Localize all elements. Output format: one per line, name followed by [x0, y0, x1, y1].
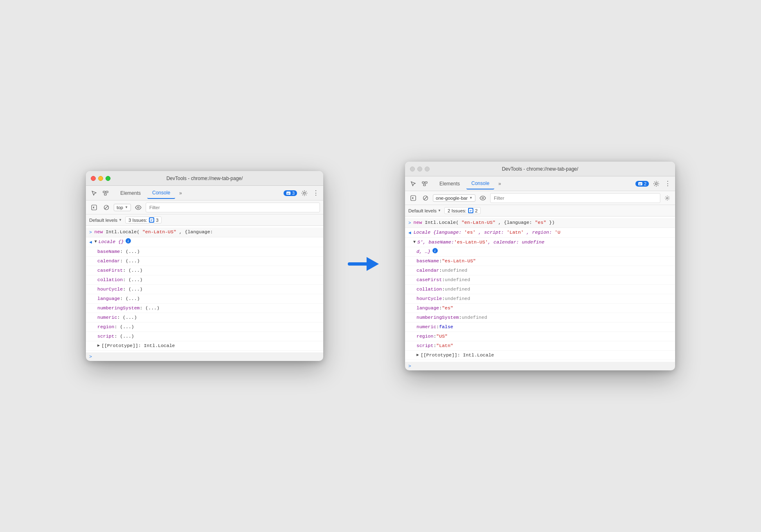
left-window-title: DevTools - chrome://new-tab-page/ — [167, 176, 243, 181]
left-prop-numbering: numberingSystem : (...) — [86, 304, 323, 313]
left-filter-input[interactable] — [146, 203, 320, 212]
left-prop-language: language : (...) — [86, 294, 323, 304]
left-traffic-lights — [91, 176, 110, 181]
left-cursor-icon[interactable] — [89, 188, 99, 198]
left-toolbar: top ▼ — [86, 201, 323, 214]
right-default-levels[interactable]: Default levels ▼ — [408, 208, 441, 213]
right-window-title: DevTools - chrome://new-tab-page/ — [502, 166, 579, 172]
svg-point-21 — [666, 197, 668, 199]
right-close-button[interactable] — [410, 167, 415, 171]
right-traffic-lights — [410, 167, 430, 171]
left-prop-calendar: calendar : (...) — [86, 257, 323, 266]
left-tab-console[interactable]: Console — [147, 187, 175, 199]
svg-rect-12 — [422, 182, 424, 183]
right-console-content: > new Intl.Locale( "en-Latn-US" , {langu… — [405, 216, 675, 362]
left-prop-casefirst: caseFirst : (...) — [86, 266, 323, 275]
right-minimize-button[interactable] — [417, 167, 422, 171]
right-prop-collation: collation : undefined — [405, 285, 675, 294]
left-expand-arrow[interactable]: ▼ — [95, 238, 97, 246]
right-info-icon: i — [432, 248, 438, 253]
left-title-bar: DevTools - chrome://new-tab-page/ — [86, 171, 323, 186]
left-context-label: top — [117, 205, 123, 210]
right-result-line2: ▼ S', baseName: 'es-Latn-US' , calendar:… — [405, 238, 675, 247]
direction-arrow — [348, 254, 380, 278]
left-prop-region: region : (...) — [86, 322, 323, 332]
right-expand-arrow[interactable]: ▼ — [413, 239, 416, 246]
left-prop-numeric: numeric : (...) — [86, 313, 323, 322]
right-maximize-button[interactable] — [425, 167, 430, 171]
left-block-icon[interactable] — [101, 203, 111, 212]
left-context-selector[interactable]: top ▼ — [114, 204, 131, 211]
left-tab-more[interactable]: » — [177, 190, 185, 196]
left-prop-hourcycle: hourCycle : (...) — [86, 285, 323, 294]
svg-rect-1 — [106, 191, 108, 193]
right-tab-console[interactable]: Console — [466, 178, 494, 189]
left-issues-count[interactable]: 3 Issues: 3 — [125, 216, 162, 223]
left-command-line: > new Intl.Locale( "en-Latn-US" , {langu… — [86, 228, 323, 237]
right-issues-badge[interactable]: 2 — [635, 181, 649, 187]
right-tab-bar-right: 2 ⋮ — [635, 180, 672, 188]
right-command-line: > new Intl.Locale( "en-Latn-US" , {langu… — [405, 218, 675, 228]
left-tab-icons — [89, 188, 110, 198]
right-filter-gear-icon[interactable] — [663, 194, 672, 203]
left-minimize-button[interactable] — [98, 176, 103, 181]
left-prop-prototype: ▶ [[Prototype]]: Intl.Locale — [86, 341, 323, 351]
right-proto-expand[interactable]: ▶ — [417, 352, 419, 359]
right-status-bar: Default levels ▼ 2 Issues: 2 — [405, 205, 675, 216]
right-levels-chevron: ▼ — [438, 209, 441, 212]
left-run-icon[interactable] — [89, 203, 99, 212]
left-default-levels[interactable]: Default levels ▼ — [89, 218, 122, 223]
svg-line-7 — [105, 206, 108, 209]
right-toolbar: one-google-bar ▼ — [405, 191, 675, 205]
left-eye-icon[interactable] — [133, 203, 143, 212]
scene: DevTools - chrome://new-tab-page/ — [86, 162, 675, 370]
left-tab-elements[interactable]: Elements — [115, 188, 146, 198]
right-filter-input[interactable] — [490, 193, 660, 203]
left-close-button[interactable] — [91, 176, 96, 181]
svg-point-4 — [304, 192, 306, 194]
right-prop-casefirst: caseFirst : undefined — [405, 275, 675, 285]
left-more-icon[interactable]: ⋮ — [312, 189, 320, 197]
left-proto-expand[interactable]: ▶ — [97, 342, 100, 349]
left-info-icon: i — [126, 238, 131, 243]
left-cmd-arrow: > — [89, 229, 92, 236]
right-prop-calendar: calendar : undefined — [405, 266, 675, 275]
right-cursor-icon[interactable] — [408, 179, 418, 189]
svg-rect-13 — [425, 182, 427, 183]
left-prop-script: script : (...) — [86, 332, 323, 341]
left-badge-count: 3 — [292, 191, 295, 196]
right-prompt[interactable]: > — [405, 362, 675, 370]
left-levels-chevron: ▼ — [119, 218, 122, 222]
left-msg-icon — [149, 217, 154, 223]
svg-point-8 — [137, 207, 139, 208]
right-issues-count[interactable]: 2 Issues: 2 — [444, 207, 481, 214]
left-maximize-button[interactable] — [106, 176, 110, 181]
right-badge-count: 2 — [644, 181, 646, 186]
right-result-line3: d, …} i — [405, 247, 675, 257]
left-settings-icon[interactable] — [300, 189, 308, 197]
right-block-icon[interactable] — [421, 193, 430, 203]
left-status-bar: Default levels ▼ 3 Issues: 3 — [86, 214, 323, 226]
right-tab-elements[interactable]: Elements — [435, 178, 465, 189]
right-context-chevron: ▼ — [469, 196, 473, 200]
left-issues-badge[interactable]: 3 — [284, 190, 297, 196]
right-context-selector[interactable]: one-google-bar ▼ — [433, 194, 475, 202]
right-run-icon[interactable] — [408, 193, 418, 203]
svg-rect-2 — [104, 194, 106, 195]
right-prop-script: script : "Latn" — [405, 341, 675, 351]
right-context-label: one-google-bar — [436, 196, 468, 201]
left-prompt[interactable]: > — [86, 352, 323, 361]
left-tab-bar: Elements Console » 3 ⋮ — [86, 186, 323, 201]
right-msg-icon — [468, 208, 473, 213]
right-title-bar: DevTools - chrome://new-tab-page/ — [405, 162, 675, 176]
right-settings-icon[interactable] — [652, 180, 660, 188]
left-result-arrow: ◀ — [89, 239, 92, 246]
right-tab-more[interactable]: » — [496, 181, 504, 187]
left-dom-icon[interactable] — [101, 188, 110, 198]
svg-line-19 — [424, 196, 427, 200]
right-eye-icon[interactable] — [478, 193, 488, 203]
right-more-icon[interactable]: ⋮ — [664, 180, 672, 188]
right-prop-numeric: numeric : false — [405, 322, 675, 332]
right-prop-language: language : "es" — [405, 304, 675, 313]
right-dom-icon[interactable] — [420, 179, 430, 189]
